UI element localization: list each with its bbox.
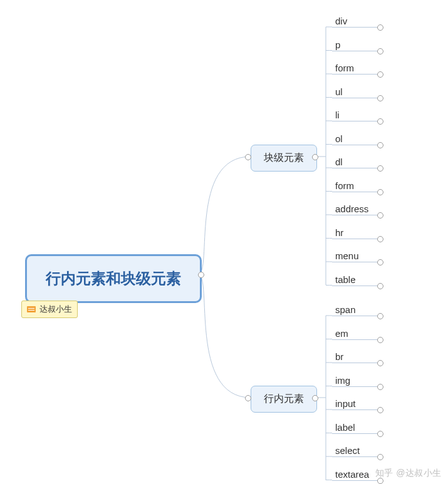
leaf-block-2[interactable]: form — [335, 61, 354, 75]
branch-inline[interactable]: 行内元素 — [251, 386, 317, 413]
leaf-block-11[interactable]: table — [335, 273, 356, 286]
leaf-expand-dot[interactable] — [377, 236, 383, 242]
leaf-expand-dot[interactable] — [377, 48, 383, 54]
leaf-expand-dot[interactable] — [377, 165, 383, 172]
branch-inline-dot-left[interactable] — [245, 395, 251, 401]
leaf-inline-4[interactable]: input — [335, 397, 356, 410]
leaf-expand-dot[interactable] — [377, 71, 383, 78]
branch-block-dot-left[interactable] — [245, 154, 251, 160]
leaf-expand-dot[interactable] — [377, 24, 383, 31]
leaf-inline-1[interactable]: em — [335, 327, 348, 340]
root-node[interactable]: 行内元素和块级元素 — [25, 254, 202, 303]
leaf-inline-5[interactable]: label — [335, 421, 355, 434]
leaf-expand-dot[interactable] — [377, 431, 383, 437]
leaf-inline-7[interactable]: textarea — [335, 468, 369, 481]
leaf-expand-dot[interactable] — [377, 142, 383, 148]
leaf-block-6[interactable]: dl — [335, 155, 343, 168]
leaf-inline-0[interactable]: span — [335, 303, 356, 316]
leaf-expand-dot[interactable] — [377, 454, 383, 460]
leaf-expand-dot[interactable] — [377, 95, 383, 101]
branch-block[interactable]: 块级元素 — [251, 145, 317, 172]
author-tag-label: 达叔小生 — [39, 304, 72, 315]
leaf-expand-dot[interactable] — [377, 360, 383, 366]
leaf-block-0[interactable]: div — [335, 14, 347, 28]
leaf-inline-3[interactable]: img — [335, 374, 350, 387]
watermark: 知乎 @达叔小生 — [375, 468, 442, 479]
leaf-expand-dot[interactable] — [377, 407, 383, 413]
root-expand-dot[interactable] — [198, 272, 204, 278]
leaf-block-7[interactable]: form — [335, 179, 354, 192]
branch-inline-label: 行内元素 — [264, 393, 304, 404]
leaf-block-8[interactable]: address — [335, 202, 368, 215]
leaf-expand-dot[interactable] — [377, 313, 383, 319]
leaf-expand-dot[interactable] — [377, 283, 383, 289]
leaf-inline-6[interactable]: select — [335, 444, 360, 457]
branch-block-dot-right[interactable] — [312, 154, 318, 160]
leaf-expand-dot[interactable] — [377, 259, 383, 265]
tag-icon — [27, 306, 36, 312]
leaf-expand-dot[interactable] — [377, 118, 383, 125]
leaf-inline-2[interactable]: br — [335, 350, 343, 363]
leaf-expand-dot[interactable] — [377, 212, 383, 219]
leaf-expand-dot[interactable] — [377, 189, 383, 195]
leaf-block-1[interactable]: p — [335, 38, 340, 51]
leaf-expand-dot[interactable] — [377, 384, 383, 390]
leaf-block-9[interactable]: hr — [335, 226, 343, 239]
branch-inline-dot-right[interactable] — [312, 395, 318, 401]
leaf-block-3[interactable]: ul — [335, 85, 343, 98]
root-title: 行内元素和块级元素 — [46, 270, 181, 287]
author-tag[interactable]: 达叔小生 — [21, 301, 78, 318]
branch-block-label: 块级元素 — [264, 152, 304, 163]
leaf-block-5[interactable]: ol — [335, 132, 343, 145]
leaf-block-4[interactable]: li — [335, 108, 340, 121]
leaf-block-10[interactable]: menu — [335, 249, 359, 262]
leaf-expand-dot[interactable] — [377, 337, 383, 343]
